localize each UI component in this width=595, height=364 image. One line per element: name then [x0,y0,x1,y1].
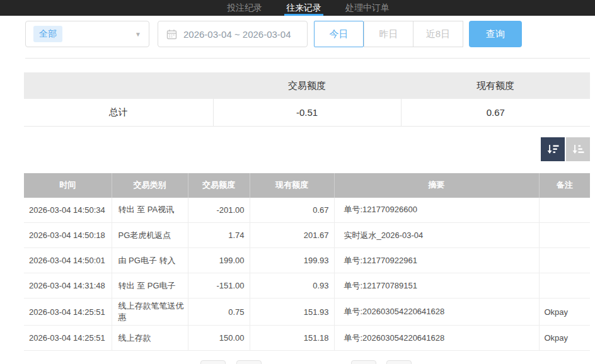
cell-note [539,223,590,248]
sort-ascending-icon [571,142,585,156]
cell-amount: 0.75 [188,299,250,326]
col-header-amount: 交易额度 [188,173,250,198]
cell-memo: 单号:202603054220641628 [334,299,539,326]
cell-time: 2026-03-04 14:25:51 [24,326,112,351]
cell-memo: 单号:202603054220641628 [334,326,539,351]
cell-balance: 151.93 [250,299,334,326]
col-header-note: 备注 [539,173,590,198]
pagination-button[interactable] [200,360,226,364]
cell-time: 2026-03-04 14:50:01 [24,248,112,273]
yesterday-button[interactable]: 昨日 [364,21,413,47]
chevron-down-icon: ▼ [135,31,141,38]
pagination-button[interactable] [386,360,412,364]
divider [25,58,590,59]
cell-memo: 单号:121770789151 [334,273,539,299]
table-row: 2026-03-04 14:31:48 转出 至 PG电子 -151.00 0.… [24,273,590,299]
col-header-balance: 现有额度 [250,173,334,198]
sort-controls [0,137,590,161]
col-header-memo: 摘要 [334,173,539,198]
cell-balance: 201.67 [250,223,334,248]
date-range-picker[interactable]: 2026-03-04 ~ 2026-03-04 [158,21,308,47]
cell-balance: 151.18 [250,326,334,351]
summary-table: 交易额度 现有额度 总计 -0.51 0.67 [24,72,590,127]
cell-type: PG老虎机返点 [112,223,188,248]
cell-time: 2026-03-04 14:31:48 [24,273,112,299]
sort-descending-button[interactable] [541,137,565,161]
cell-note [539,273,590,299]
cell-balance: 199.93 [250,248,334,273]
cell-type: 转出 至 PG电子 [112,273,188,299]
cell-amount: 1.74 [188,223,250,248]
cell-time: 2026-03-04 14:25:51 [24,299,112,326]
cell-type: 由 PG电子 转入 [112,248,188,273]
cell-note: Okpay [539,326,590,351]
cell-memo: 实时返水_2026-03-04 [334,223,539,248]
table-row: 2026-03-04 14:25:51 线上存款笔笔送优惠 0.75 151.9… [24,299,590,326]
query-button[interactable]: 查询 [469,21,522,47]
cell-type: 线上存款 [112,326,188,351]
table-row: 2026-03-04 14:50:34 转出 至 PA视讯 -201.00 0.… [24,198,590,223]
today-button[interactable]: 今日 [314,21,364,47]
sort-descending-icon [546,142,560,156]
col-header-type: 交易类别 [112,173,188,198]
col-header-time: 时间 [24,173,112,198]
records-table: 时间 交易类别 交易额度 现有额度 摘要 备注 2026-03-04 14:50… [24,173,590,351]
pagination-button[interactable] [351,360,376,364]
summary-header-transaction-amount: 交易额度 [213,72,401,99]
summary-current-amount: 0.67 [401,99,590,126]
cell-balance: 0.67 [250,198,334,223]
cell-memo: 单号:121770926600 [334,198,539,223]
date-range-value: 2026-03-04 ~ 2026-03-04 [183,29,291,40]
pagination-button[interactable] [236,360,262,364]
tab-transaction-records[interactable]: 往来记录 [286,0,321,16]
cell-time: 2026-03-04 14:50:34 [24,198,112,223]
cell-time: 2026-03-04 14:50:18 [24,223,112,248]
table-row: 2026-03-04 14:25:51 线上存款 150.00 151.18 单… [24,326,590,351]
summary-transaction-amount: -0.51 [213,99,401,126]
summary-total-label: 总计 [24,99,213,126]
summary-header-row: 交易额度 现有额度 [24,72,590,99]
tab-processing-orders[interactable]: 处理中订单 [345,0,390,16]
cell-amount: -151.00 [188,273,250,299]
records-header-row: 时间 交易类别 交易额度 现有额度 摘要 备注 [24,173,590,198]
sort-ascending-button[interactable] [566,137,590,161]
cell-balance: 0.93 [250,273,334,299]
last-8-days-button[interactable]: 近8日 [413,21,463,47]
selected-type-tag: 全部 [33,26,62,42]
calendar-icon [166,29,177,40]
cell-note [539,248,590,273]
cell-amount: 199.00 [188,248,250,273]
cell-type: 线上存款笔笔送优惠 [112,299,188,326]
quick-date-button-group: 今日 昨日 近8日 [314,21,463,47]
cell-amount: -201.00 [188,198,250,223]
table-row: 2026-03-04 14:50:18 PG老虎机返点 1.74 201.67 … [24,223,590,248]
filter-bar: 全部 ▼ 2026-03-04 ~ 2026-03-04 今日 昨日 近8日 查… [25,21,595,47]
summary-header-empty [24,72,213,99]
cell-note: Okpay [539,299,590,326]
top-tab-bar: 投注纪录 往来记录 处理中订单 [0,0,595,16]
table-row: 2026-03-04 14:50:01 由 PG电子 转入 199.00 199… [24,248,590,273]
cell-note [539,198,590,223]
tab-bet-records[interactable]: 投注纪录 [227,0,262,16]
summary-total-row: 总计 -0.51 0.67 [24,99,590,126]
cell-amount: 150.00 [188,326,250,351]
cell-memo: 单号:121770922961 [334,248,539,273]
summary-header-current-amount: 现有额度 [401,72,590,99]
cell-type: 转出 至 PA视讯 [112,198,188,223]
transaction-type-select[interactable]: 全部 ▼ [25,21,149,47]
